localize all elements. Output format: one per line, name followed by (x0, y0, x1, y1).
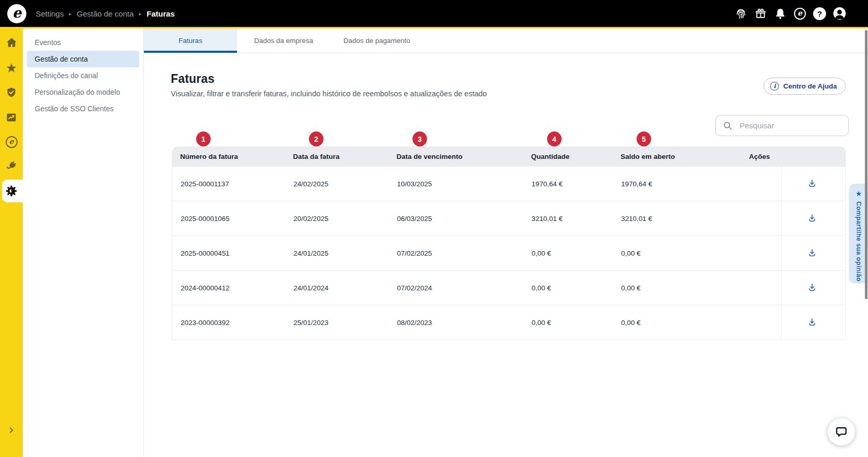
cell-open-balance: 1970,64 € (621, 167, 652, 201)
star-glyph: ★ (6, 62, 17, 75)
cell-quantity: 0,00 € (532, 271, 551, 305)
download-invoice-button[interactable] (805, 211, 820, 226)
column-header-due-date: Data de vencimento (396, 146, 463, 167)
column-header-quantity: Quantidade (531, 146, 569, 167)
brand-letter: e (9, 138, 14, 145)
feedback-label: Compartilhe sua opinião (855, 201, 862, 282)
cell-invoice-number: 2024-00000412 (181, 271, 230, 305)
tab-bar: Faturas Dados da empresa Dados de pagame… (144, 28, 868, 53)
cell-open-balance: 0,00 € (621, 271, 641, 305)
step-badge-2: 2 (309, 131, 323, 146)
sidebar-item-gestao-de-sso-clientes[interactable]: Gestão de SSO Clientes (27, 100, 139, 117)
search-icon (722, 120, 733, 131)
breadcrumb-separator-icon: ▸ (139, 11, 141, 17)
analytics-icon[interactable] (5, 111, 18, 124)
download-invoice-button[interactable] (805, 315, 820, 330)
tab-dados-de-pagamento[interactable]: Dados de pagamento (330, 28, 423, 53)
invoices-table: 1 2 3 4 5 Número da fatura Data da fatur… (172, 146, 846, 340)
page-title: Faturas (171, 72, 487, 86)
topbar-icons: e ? (734, 7, 861, 21)
table-body: 2025-00001137 24/02/2025 10/03/2025 1970… (172, 167, 846, 340)
cell-open-balance: 0,00 € (621, 305, 641, 340)
step-badge-1: 1 (196, 131, 211, 146)
page-subtitle: Visualizar, filtrar e transferir faturas… (171, 90, 487, 98)
search-input[interactable] (739, 121, 844, 130)
gift-icon[interactable] (754, 7, 768, 21)
main-content: Faturas Dados da empresa Dados de pagame… (144, 28, 868, 457)
cell-invoice-number: 2025-00001137 (181, 167, 229, 201)
star-icon: ★ (856, 190, 862, 197)
table-row: 2025-00001065 20/02/2025 06/03/2025 3210… (172, 201, 845, 236)
settings-sidebar: Eventos Gestão de conta Definições do ca… (23, 28, 144, 457)
fingerprint-icon[interactable] (734, 7, 748, 21)
eventim-brand-icon[interactable]: e (5, 135, 18, 149)
cell-open-balance: 0,00 € (621, 236, 641, 270)
cell-due-date: 06/03/2025 (397, 201, 432, 235)
star-icon[interactable]: ★ (5, 61, 18, 75)
home-icon[interactable] (5, 36, 18, 49)
actions-column-divider (781, 167, 782, 340)
help-center-button[interactable]: i Centro de Ajuda (763, 78, 846, 95)
account-icon[interactable] (832, 7, 846, 21)
cell-invoice-number: 2025-00001065 (181, 201, 230, 235)
brand-letter: e (798, 9, 802, 17)
column-header-actions: Ações (749, 146, 770, 167)
integrations-plug-icon[interactable] (5, 159, 18, 173)
expand-rail-chevron-icon[interactable]: › (9, 423, 14, 436)
column-header-invoice-number: Número da fatura (180, 146, 238, 167)
cell-due-date: 08/02/2023 (397, 305, 432, 340)
table-row: 2025-00000451 24/01/2025 07/02/2025 0,00… (172, 236, 845, 271)
breadcrumb-account-management[interactable]: Gestão de conta (77, 9, 134, 18)
download-invoice-button[interactable] (805, 281, 820, 296)
cell-invoice-date: 25/01/2023 (293, 305, 329, 340)
chat-button[interactable] (828, 418, 855, 446)
vertical-scrollbar[interactable] (865, 30, 867, 299)
settings-gear-icon[interactable] (5, 184, 18, 198)
step-badge-5: 5 (637, 131, 651, 146)
table-row: 2023-00000392 25/01/2023 08/02/2023 0,00… (172, 305, 845, 340)
download-invoice-button[interactable] (805, 176, 820, 191)
tab-faturas[interactable]: Faturas (144, 28, 237, 53)
sidebar-item-definicoes-do-canal[interactable]: Definições do canal (27, 67, 139, 84)
page-header: Faturas Visualizar, filtrar e transferir… (171, 72, 487, 98)
brand-logo[interactable]: e (7, 4, 26, 23)
help-icon[interactable]: ? (813, 7, 827, 21)
breadcrumb-settings[interactable]: Settings (36, 9, 64, 18)
sidebar-item-personalizacao-do-modelo[interactable]: Personalização do modelo (27, 84, 139, 100)
cell-quantity: 0,00 € (532, 236, 551, 270)
icon-rail: ★ e (0, 28, 23, 457)
column-header-open-balance: Saldo em aberto (621, 146, 675, 167)
cell-invoice-date: 24/01/2024 (293, 271, 329, 305)
step-badge-4: 4 (547, 131, 562, 146)
cell-due-date: 07/02/2024 (397, 271, 432, 305)
brand-letter: e (12, 6, 21, 20)
tab-dados-da-empresa[interactable]: Dados da empresa (237, 28, 330, 53)
sidebar-item-gestao-de-conta[interactable]: Gestão de conta (27, 51, 139, 67)
cell-invoice-number: 2025-00000451 (181, 236, 230, 270)
cell-due-date: 07/02/2025 (397, 236, 432, 270)
table-row: 2025-00001137 24/02/2025 10/03/2025 1970… (172, 167, 845, 201)
cell-quantity: 3210,01 € (532, 201, 563, 235)
cell-due-date: 10/03/2025 (397, 167, 432, 201)
breadcrumb: Settings ▸ Gestão de conta ▸ Faturas (36, 9, 175, 18)
notifications-bell-icon[interactable] (773, 7, 787, 21)
cell-quantity: 1970,64 € (532, 167, 563, 201)
table-row: 2024-00000412 24/01/2024 07/02/2024 0,00… (172, 271, 845, 305)
info-icon: i (770, 82, 779, 91)
help-center-label: Centro de Ajuda (783, 82, 837, 90)
question-mark: ? (817, 9, 822, 18)
topbar: e Settings ▸ Gestão de conta ▸ Faturas (0, 0, 868, 27)
cell-quantity: 0,00 € (532, 305, 551, 340)
step-badge-3: 3 (413, 131, 427, 146)
cell-invoice-date: 24/01/2025 (293, 236, 329, 270)
cell-open-balance: 3210,01 € (621, 201, 652, 235)
breadcrumb-current: Faturas (146, 9, 174, 18)
cell-invoice-number: 2023-00000392 (181, 305, 230, 340)
column-header-invoice-date: Data da fatura (293, 146, 340, 167)
sidebar-item-eventos[interactable]: Eventos (27, 34, 139, 51)
cell-invoice-date: 20/02/2025 (293, 201, 329, 235)
eventim-brand-icon[interactable]: e (793, 7, 807, 21)
download-invoice-button[interactable] (805, 246, 820, 261)
cell-invoice-date: 24/02/2025 (293, 167, 329, 201)
shield-check-icon[interactable] (5, 86, 18, 99)
